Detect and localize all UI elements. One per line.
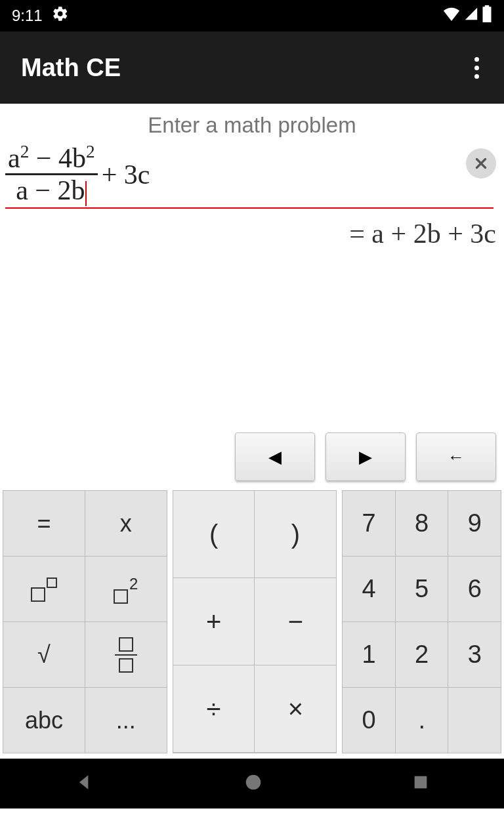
math-expression[interactable]: a2 − 4b2 a − 2b + 3c [5,143,494,206]
key-4[interactable]: 4 [343,556,395,621]
app-title: Math CE [21,54,121,82]
prompt-label: Enter a math problem [0,104,504,143]
cursor-left-button[interactable]: ◀ [235,432,315,481]
keypad: = x 2 √ abc ... ( ) + − ÷ × 7 8 [0,490,504,759]
key-x[interactable]: x [85,491,167,556]
key-fraction[interactable] [85,622,167,687]
key-blank[interactable] [448,688,501,753]
key-6[interactable]: 6 [448,556,501,621]
key-3[interactable]: 3 [448,622,501,687]
key-square[interactable]: 2 [85,556,167,621]
main-content: Enter a math problem a2 − 4b2 a − 2b + 3… [0,104,504,759]
key-dot[interactable]: . [396,688,448,753]
key-plus[interactable]: + [173,578,255,665]
key-more[interactable]: ... [85,688,167,753]
key-sqrt[interactable]: √ [3,622,85,687]
nav-recent-icon[interactable] [411,773,430,794]
key-8[interactable]: 8 [396,491,448,556]
cursor-right-button[interactable]: ▶ [326,432,406,481]
expression-row[interactable]: a2 − 4b2 a − 2b + 3c [0,143,504,209]
key-2[interactable]: 2 [396,622,448,687]
key-9[interactable]: 9 [448,491,501,556]
nav-back-icon[interactable] [74,772,95,795]
nav-home-icon[interactable] [243,772,263,795]
svg-point-0 [246,775,261,790]
clear-button[interactable] [466,148,496,178]
key-multiply[interactable]: × [255,665,336,752]
key-abc[interactable]: abc [3,688,85,753]
overflow-menu-icon[interactable] [468,51,486,85]
android-nav-bar [0,759,504,808]
cell-icon [463,7,479,25]
number-panel: 7 8 9 4 5 6 1 2 3 0 . [342,490,501,753]
symbol-panel: = x 2 √ abc ... [3,490,167,753]
backspace-button[interactable]: ← [416,432,496,481]
key-5[interactable]: 5 [396,556,448,621]
battery-icon [482,5,492,26]
wifi-icon [442,7,461,25]
gear-icon [52,5,69,26]
cursor-nav-row: ◀ ▶ ← [0,426,504,490]
key-1[interactable]: 1 [343,622,395,687]
status-time: 9:11 [12,7,43,25]
svg-rect-1 [415,776,427,789]
text-cursor [85,181,87,206]
key-equals[interactable]: = [3,491,85,556]
app-bar: Math CE [0,32,504,104]
status-bar: 9:11 [0,0,504,32]
key-rparen[interactable]: ) [255,491,336,578]
key-7[interactable]: 7 [343,491,395,556]
key-0[interactable]: 0 [343,688,395,753]
key-divide[interactable]: ÷ [173,665,255,752]
operator-panel: ( ) + − ÷ × [173,490,337,753]
result-display: = a + 2b + 3c [0,209,504,249]
key-lparen[interactable]: ( [173,491,255,578]
key-power[interactable] [3,556,85,621]
key-minus[interactable]: − [255,578,336,665]
